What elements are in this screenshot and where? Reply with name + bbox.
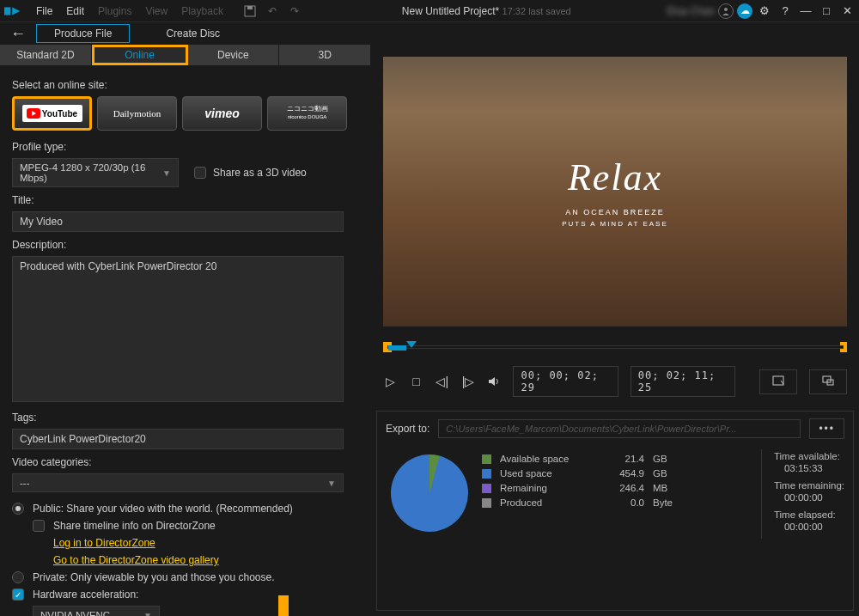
create-disc-button[interactable]: Create Disc bbox=[166, 27, 220, 40]
share-timeline-checkbox[interactable] bbox=[33, 520, 45, 532]
playhead-icon[interactable] bbox=[406, 341, 417, 348]
produce-tabs: Standard 2D Online Device 3D bbox=[0, 45, 371, 65]
preview-subtitle2: PUTS A MIND AT EASE bbox=[562, 220, 668, 228]
public-label: Public: Share your video with the world.… bbox=[33, 503, 293, 515]
menu-playback[interactable]: Playback bbox=[174, 3, 230, 20]
share-3d-label: Share as a 3D video bbox=[213, 167, 307, 179]
prev-frame-button[interactable]: ◁| bbox=[436, 374, 449, 389]
time-info: Time available: 03:15:33 Time remaining:… bbox=[761, 449, 844, 539]
produce-file-button[interactable]: Produce File bbox=[36, 24, 130, 43]
subheader: ← Produce File Create Disc bbox=[0, 22, 859, 45]
legend-row-produced: Produced 0.0 Byte bbox=[482, 497, 747, 508]
login-directorzone-link[interactable]: Log in to DirectorZone bbox=[53, 537, 155, 549]
user-avatar-icon[interactable] bbox=[718, 3, 734, 19]
total-timecode: 00; 02; 11; 25 bbox=[631, 366, 735, 397]
select-site-label: Select an online site: bbox=[12, 79, 359, 91]
description-textarea[interactable]: Produced with CyberLink PowerDirector 20 bbox=[12, 256, 344, 402]
goto-directorzone-link[interactable]: Go to the DirectorZone video gallery bbox=[53, 554, 219, 566]
legend-row-used: Used space 454.9 GB bbox=[482, 468, 747, 479]
legend-row-remaining: Remaining 246.4 MB bbox=[482, 483, 747, 493]
tab-online[interactable]: Online bbox=[92, 45, 188, 65]
preview-subtitle1: AN OCEAN BREEZE bbox=[565, 208, 665, 217]
time-available-value: 03:15:33 bbox=[784, 463, 844, 473]
snapshot-button[interactable] bbox=[759, 369, 797, 394]
tab-device[interactable]: Device bbox=[188, 45, 280, 65]
titlebar: File Edit Plugins View Playback ↶ ↷ New … bbox=[0, 0, 859, 22]
tags-input[interactable] bbox=[12, 429, 344, 449]
svg-point-4 bbox=[724, 8, 728, 11]
share-timeline-label: Share timeline info on DirectorZone bbox=[53, 520, 216, 532]
settings-icon[interactable]: ⚙ bbox=[756, 3, 773, 20]
tab-standard-2d[interactable]: Standard 2D bbox=[0, 45, 92, 65]
save-icon[interactable] bbox=[241, 2, 259, 21]
time-remaining-value: 00:00:00 bbox=[784, 492, 844, 503]
username: Elsa Chan bbox=[667, 5, 715, 17]
disk-space-pie-chart bbox=[391, 454, 468, 532]
time-available-label: Time available: bbox=[774, 451, 844, 461]
hw-accel-label: Hardware acceleration: bbox=[33, 589, 138, 601]
export-to-label: Export to: bbox=[386, 423, 430, 435]
profile-type-label: Profile type: bbox=[12, 141, 359, 153]
title-input[interactable] bbox=[12, 211, 344, 232]
app-logo-icon bbox=[3, 3, 24, 19]
redo-icon[interactable]: ↷ bbox=[285, 2, 304, 21]
export-panel: Export to: C:\Users\FaceMe_Marcom\Docume… bbox=[376, 411, 854, 611]
tab-3d[interactable]: 3D bbox=[279, 45, 371, 65]
maximize-icon[interactable]: □ bbox=[818, 3, 835, 20]
tags-label: Tags: bbox=[12, 412, 359, 424]
hw-accel-dropdown[interactable]: NVIDIA NVENC▼ bbox=[33, 606, 160, 616]
site-youtube[interactable]: YouTube bbox=[12, 96, 92, 131]
menu-view[interactable]: View bbox=[138, 3, 174, 20]
description-label: Description: bbox=[12, 239, 359, 251]
preview-panel: Relax AN OCEAN BREEZE PUTS A MIND AT EAS… bbox=[371, 45, 859, 616]
project-title: New Untitled Project* 17:32 last saved bbox=[306, 5, 667, 17]
svg-rect-0 bbox=[4, 7, 10, 15]
site-dailymotion[interactable]: Dailymotion bbox=[97, 96, 177, 131]
private-radio[interactable] bbox=[12, 571, 24, 583]
video-categories-dropdown[interactable]: ---▼ bbox=[12, 473, 344, 492]
site-vimeo[interactable]: vimeo bbox=[182, 96, 262, 131]
stop-button[interactable]: □ bbox=[409, 374, 423, 389]
time-elapsed-value: 00:00:00 bbox=[784, 521, 844, 532]
time-remaining-label: Time remaining: bbox=[774, 480, 844, 491]
close-icon[interactable]: ✕ bbox=[838, 3, 856, 20]
site-niconico[interactable]: ニコニコ動画niconico DOUGA bbox=[267, 96, 347, 131]
disk-legend: Available space 21.4 GB Used space 454.9… bbox=[482, 449, 747, 539]
minimize-icon[interactable]: — bbox=[797, 3, 814, 20]
public-radio[interactable] bbox=[12, 503, 24, 515]
volume-icon[interactable] bbox=[487, 374, 501, 389]
video-categories-label: Video categories: bbox=[12, 456, 359, 468]
help-icon[interactable]: ? bbox=[777, 3, 794, 20]
private-label: Private: Only viewable by you and those … bbox=[33, 571, 275, 583]
svg-marker-7 bbox=[489, 377, 495, 386]
svg-rect-8 bbox=[773, 376, 783, 385]
produce-panel: Standard 2D Online Device 3D Select an o… bbox=[0, 45, 371, 616]
menu-plugins[interactable]: Plugins bbox=[91, 3, 138, 20]
back-button[interactable]: ← bbox=[10, 25, 26, 43]
cloud-icon[interactable]: ☁ bbox=[737, 3, 752, 19]
share-3d-checkbox[interactable] bbox=[194, 167, 206, 179]
next-frame-button[interactable]: |▷ bbox=[461, 374, 475, 389]
export-browse-button[interactable]: ••• bbox=[809, 418, 844, 439]
play-button[interactable]: ▷ bbox=[383, 374, 397, 389]
legend-row-available: Available space 21.4 GB bbox=[482, 454, 747, 464]
video-preview: Relax AN OCEAN BREEZE PUTS A MIND AT EAS… bbox=[383, 57, 847, 326]
export-path-field[interactable]: C:\Users\FaceMe_Marcom\Documents\CyberLi… bbox=[438, 419, 801, 438]
menu-file[interactable]: File bbox=[29, 3, 59, 20]
current-timecode[interactable]: 00; 00; 02; 29 bbox=[513, 366, 618, 397]
preview-title-text: Relax bbox=[568, 156, 662, 199]
time-elapsed-label: Time elapsed: bbox=[774, 509, 844, 520]
hw-accel-checkbox[interactable]: ✓ bbox=[12, 589, 24, 601]
playback-controls: ▷ □ ◁| |▷ 00; 00; 02; 29 00; 02; 11; 25 bbox=[383, 356, 847, 411]
svg-marker-1 bbox=[12, 7, 20, 15]
undo-icon[interactable]: ↶ bbox=[263, 2, 282, 21]
menu-edit[interactable]: Edit bbox=[59, 3, 91, 20]
svg-rect-3 bbox=[247, 6, 253, 9]
timeline-scrubber[interactable] bbox=[383, 338, 847, 356]
dock-button[interactable] bbox=[809, 369, 847, 394]
title-label: Title: bbox=[12, 194, 359, 206]
profile-type-dropdown[interactable]: MPEG-4 1280 x 720/30p (16 Mbps)▼ bbox=[12, 158, 179, 187]
